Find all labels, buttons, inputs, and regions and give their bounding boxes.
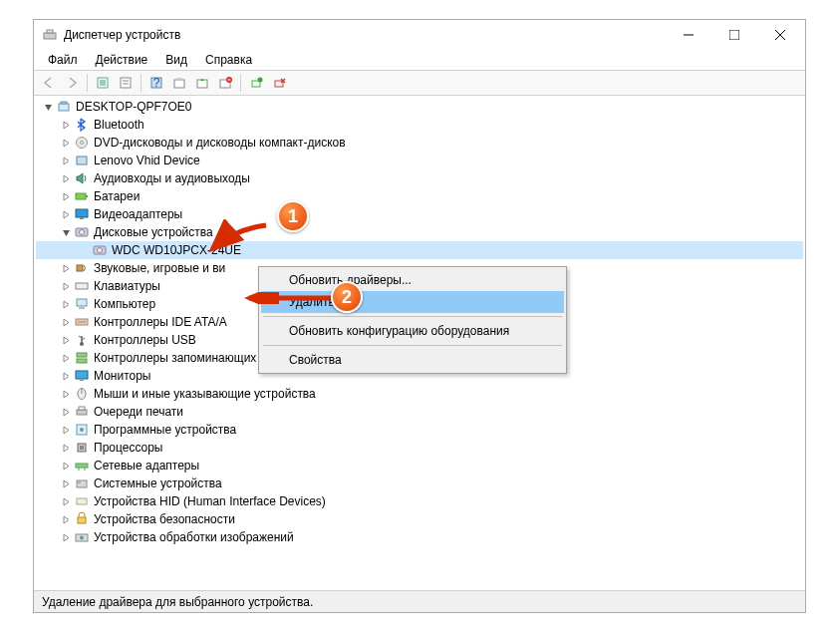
tree-label: Дисковые устройства [94, 225, 213, 239]
ctx-update-drivers[interactable]: Обновить драйверы... [261, 269, 564, 291]
svg-rect-32 [80, 217, 84, 219]
svg-rect-8 [121, 78, 131, 88]
expand-icon[interactable] [60, 190, 72, 202]
ctx-properties[interactable]: Свойства [261, 349, 564, 371]
tree-item-19[interactable]: Системные устройства [36, 474, 803, 492]
menubar: Файл Действие Вид Справка [34, 50, 805, 70]
tree-label: Звуковые, игровые и ви [94, 261, 225, 275]
svg-rect-63 [78, 481, 81, 483]
tree-label: Компьютер [94, 297, 155, 311]
expand-icon[interactable] [60, 513, 72, 525]
system-icon [74, 475, 90, 491]
expand-icon[interactable] [60, 352, 72, 364]
svg-rect-7 [100, 80, 106, 86]
tree-label: Устройства обработки изображений [94, 530, 294, 544]
tree-label: DESKTOP-QPF7OE0 [76, 100, 191, 114]
tree-item-21[interactable]: Устройства безопасности [36, 510, 803, 528]
expand-icon[interactable] [60, 137, 72, 149]
tree-item-0[interactable]: Bluetooth [36, 116, 803, 134]
expand-icon[interactable] [60, 280, 72, 292]
tree-item-16[interactable]: Программные устройства [36, 421, 803, 439]
expand-icon[interactable] [60, 119, 72, 131]
expand-icon[interactable] [60, 298, 72, 310]
svg-point-56 [80, 428, 84, 432]
tree-label: Видеоадаптеры [94, 207, 182, 221]
tree-item-20[interactable]: Устройства HID (Human Interface Devices) [36, 492, 803, 510]
collapse-icon[interactable] [42, 101, 54, 113]
tree-label: Очереди печати [94, 405, 183, 419]
menu-file[interactable]: Файл [40, 51, 86, 69]
svg-rect-13 [174, 80, 184, 88]
computer-icon [74, 296, 90, 312]
annotation-arrow-1 [204, 219, 274, 259]
expand-icon[interactable] [60, 495, 72, 507]
software-icon [74, 422, 90, 438]
expand-icon[interactable] [60, 531, 72, 543]
properties-button[interactable] [115, 72, 137, 94]
window-title: Диспетчер устройств [64, 28, 666, 42]
expand-icon[interactable] [60, 316, 72, 328]
svg-rect-47 [77, 353, 87, 357]
expand-icon[interactable] [60, 172, 72, 184]
tree-item-14[interactable]: Мыши и иные указывающие устройства [36, 385, 803, 403]
disk-icon [92, 242, 108, 258]
back-button[interactable] [38, 72, 60, 94]
tree-label: Клавиатуры [94, 279, 160, 293]
menu-view[interactable]: Вид [157, 51, 195, 69]
tree-child-6-0[interactable]: WDC WD10JPCX-24UE [36, 241, 803, 259]
tree-item-18[interactable]: Сетевые адаптеры [36, 457, 803, 474]
tree-root[interactable]: DESKTOP-QPF7OE0 [36, 98, 803, 116]
show-hidden-button[interactable] [92, 72, 114, 94]
scan-button[interactable] [168, 72, 190, 94]
mouse-icon [74, 386, 90, 402]
titlebar: Диспетчер устройств [34, 20, 805, 50]
expand-icon[interactable] [60, 155, 72, 166]
tree-label: Lenovo Vhid Device [94, 154, 200, 167]
printer-icon [74, 404, 90, 420]
expand-icon[interactable] [60, 406, 72, 418]
svg-point-67 [80, 536, 84, 540]
toolbar-separator [140, 74, 141, 92]
expand-icon[interactable] [60, 334, 72, 346]
tree-item-2[interactable]: Lenovo Vhid Device [36, 152, 803, 169]
imaging-icon [74, 529, 90, 545]
expand-icon[interactable] [60, 370, 72, 382]
svg-rect-24 [59, 104, 69, 111]
svg-rect-54 [79, 407, 85, 410]
collapse-icon[interactable] [60, 226, 72, 238]
expand-icon[interactable] [60, 208, 72, 220]
svg-rect-49 [76, 371, 88, 379]
expand-icon[interactable] [60, 424, 72, 436]
svg-rect-42 [79, 307, 85, 309]
menu-help[interactable]: Справка [197, 51, 260, 69]
tree-item-6[interactable]: Дисковые устройства [36, 223, 803, 241]
ctx-scan-hardware[interactable]: Обновить конфигурацию оборудования [261, 320, 564, 342]
tree-item-15[interactable]: Очереди печати [36, 403, 803, 421]
tree-label: Устройства безопасности [94, 512, 235, 526]
help-button[interactable]: ? [145, 72, 167, 94]
expand-icon[interactable] [60, 388, 72, 400]
expand-icon[interactable] [60, 477, 72, 489]
menu-action[interactable]: Действие [88, 51, 156, 69]
tree-item-5[interactable]: Видеоадаптеры [36, 205, 803, 223]
forward-button[interactable] [61, 72, 83, 94]
minimize-button[interactable] [666, 20, 711, 50]
update-button[interactable] [191, 72, 213, 94]
close-button[interactable] [757, 20, 803, 50]
audio-icon [74, 170, 90, 186]
svg-rect-65 [78, 517, 86, 523]
maximize-button[interactable] [711, 20, 757, 50]
disc-icon [74, 135, 90, 151]
expand-icon[interactable] [60, 262, 72, 274]
tree-item-4[interactable]: Батареи [36, 187, 803, 205]
enable-button[interactable] [245, 72, 267, 94]
disable-button[interactable] [268, 72, 290, 94]
tree-item-17[interactable]: Процессоры [36, 439, 803, 457]
tree-item-22[interactable]: Устройства обработки изображений [36, 528, 803, 546]
expand-icon[interactable] [60, 460, 72, 472]
tree-item-1[interactable]: DVD-дисководы и дисководы компакт-дисков [36, 134, 803, 152]
uninstall-button[interactable] [214, 72, 236, 94]
expand-icon[interactable] [60, 442, 72, 454]
tree-item-3[interactable]: Аудиовходы и аудиовыходы [36, 169, 803, 187]
svg-rect-30 [86, 195, 88, 197]
